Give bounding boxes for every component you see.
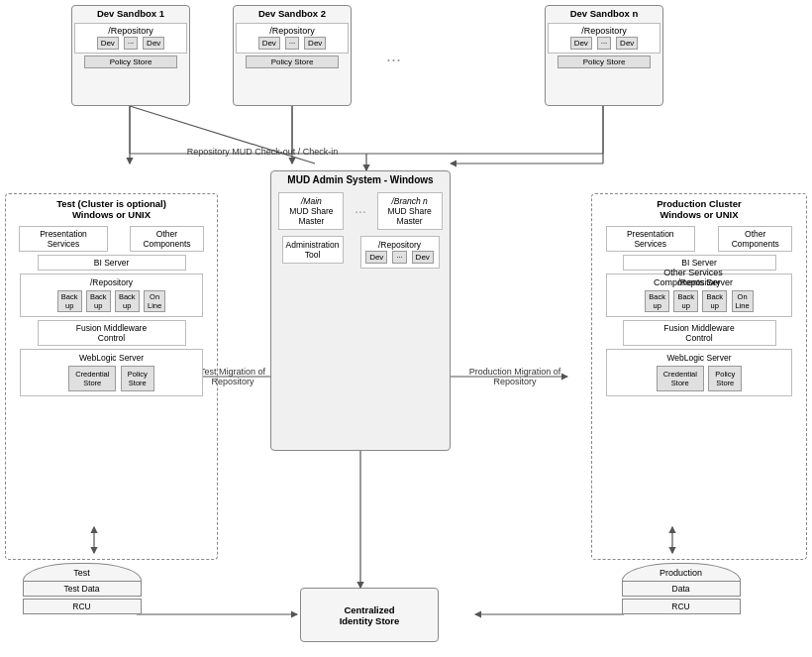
test-weblogic: WebLogic Server CredentialStore PolicySt… (20, 349, 203, 396)
prod-weblogic-label: WebLogic Server (610, 353, 788, 363)
dev-sandbox-n-dev1[interactable]: Dev (570, 37, 592, 50)
test-weblogic-label: WebLogic Server (24, 353, 199, 363)
prod-data-label: Data (625, 584, 738, 594)
mud-share-label: MUD Share (282, 206, 340, 216)
dev-sandbox-1: Dev Sandbox 1 /Repository Dev ··· Dev Po… (71, 5, 190, 106)
dev-sandbox-1-repo: /Repository (77, 26, 184, 36)
dev-sandbox-2-title: Dev Sandbox 2 (234, 6, 351, 21)
mud-admin-system: MUD Admin System - Windows /Main MUD Sha… (270, 170, 451, 451)
admin-repo-label: /Repository (364, 240, 436, 250)
admin-tool-box: Administration Tool (282, 236, 344, 264)
test-label: Test (73, 568, 90, 578)
dev-sandbox-2-repo: /Repository (239, 26, 346, 36)
admin-tool-label2: Tool (286, 250, 340, 260)
dev-sandbox-n: Dev Sandbox n /Repository Dev ··· Dev Po… (545, 5, 663, 106)
prod-policy-store[interactable]: PolicyStore (708, 366, 742, 391)
admin-dots: ··· (392, 251, 407, 264)
sandbox-dots: ··· (386, 50, 401, 70)
prod-label: Production (660, 568, 702, 578)
test-rcu-box: RCU (23, 599, 142, 614)
dev-sandbox-1-dev1[interactable]: Dev (97, 37, 119, 50)
dev-sandbox-2-policy[interactable]: Policy Store (246, 55, 339, 68)
master-label2: Master (381, 216, 439, 226)
production-cluster: Production ClusterWindows or UNIX Presen… (591, 193, 807, 560)
prod-other-components: OtherComponents (718, 226, 792, 252)
production-migration-label: Production Migration of Repository (451, 367, 579, 386)
main-mud-share: /Main MUD Share Master (278, 192, 344, 230)
other-services-label: Other ServicesComponents Server (644, 268, 743, 287)
prod-backup1[interactable]: Backup (645, 290, 669, 312)
dev-sandbox-2-dots: ··· (285, 37, 300, 50)
test-other-components: OtherComponents (130, 226, 204, 252)
test-fusion-middleware: Fusion MiddlewareControl (38, 320, 186, 346)
admin-tool-label: Administration (286, 240, 340, 250)
prod-cred-store[interactable]: CredentialStore (657, 366, 704, 391)
dev-sandbox-n-repo: /Repository (551, 26, 658, 36)
centralized-identity-store: CentralizedIdentity Store (300, 588, 439, 642)
prod-backup3[interactable]: Backup (702, 290, 727, 312)
test-online[interactable]: OnLine (144, 290, 165, 312)
branch-label: /Branch n (381, 196, 439, 206)
dev-sandbox-1-dev2[interactable]: Dev (143, 37, 164, 50)
test-backup3[interactable]: Backup (115, 290, 140, 312)
test-db-top: Test (23, 563, 142, 581)
master-label1: Master (282, 216, 340, 226)
test-policy-store[interactable]: PolicyStore (121, 366, 154, 391)
prod-weblogic: WebLogic Server CredentialStore PolicySt… (606, 349, 792, 396)
prod-pres-services: PresentationServices (606, 226, 695, 252)
prod-db-top: Production (622, 563, 741, 581)
branch-mud-share: /Branch n MUD Share Master (377, 192, 443, 230)
admin-dev2[interactable]: Dev (412, 251, 434, 264)
dev-sandbox-n-dots: ··· (597, 37, 612, 50)
dev-sandbox-1-policy[interactable]: Policy Store (84, 55, 177, 68)
test-rcu-label: RCU (26, 602, 139, 611)
test-repo-box: /Repository Backup Backup Backup OnLine (20, 274, 203, 317)
test-repo-label: /Repository (24, 277, 199, 287)
test-pres-services: PresentationServices (19, 226, 108, 252)
dev-sandbox-2-dev1[interactable]: Dev (258, 37, 280, 50)
mud-admin-title: MUD Admin System - Windows (271, 171, 450, 188)
test-db-container: Test Test Data RCU (15, 563, 149, 614)
branch-mud-share-label: MUD Share (381, 206, 439, 216)
test-cred-store[interactable]: CredentialStore (68, 366, 116, 391)
dev-sandbox-n-title: Dev Sandbox n (546, 6, 662, 21)
prod-rcu-box: RCU (622, 599, 741, 614)
prod-db-container: Production Data RCU (614, 563, 748, 614)
dev-sandbox-1-title: Dev Sandbox 1 (72, 6, 189, 21)
dev-sandbox-n-policy[interactable]: Policy Store (558, 55, 651, 68)
dev-sandbox-2-dev2[interactable]: Dev (304, 37, 326, 50)
prod-online[interactable]: OnLine (732, 290, 754, 312)
dev-sandbox-n-dev2[interactable]: Dev (616, 37, 638, 50)
admin-repo-box: /Repository Dev ··· Dev (360, 236, 440, 269)
test-cluster: Test (Cluster is optional)Windows or UNI… (5, 193, 218, 560)
prod-backup2[interactable]: Backup (673, 290, 698, 312)
architecture-diagram: Dev Sandbox 1 /Repository Dev ··· Dev Po… (0, 0, 812, 657)
test-backup1[interactable]: Backup (57, 290, 82, 312)
test-cluster-title: Test (Cluster is optional)Windows or UNI… (6, 194, 217, 224)
test-backup2[interactable]: Backup (86, 290, 111, 312)
mud-middle-dots: ··· (355, 203, 366, 219)
test-bi-server: BI Server (38, 255, 186, 271)
test-data-label: Test Data (26, 584, 139, 594)
test-data-box: Test Data (23, 581, 142, 597)
prod-fusion-middleware: Fusion MiddlewareControl (623, 320, 776, 346)
checkin-checkout-label: Repository MUD Check-out / Check-in (144, 147, 381, 157)
admin-dev1[interactable]: Dev (365, 251, 387, 264)
dev-sandbox-1-dots: ··· (124, 37, 139, 50)
prod-data-box: Data (622, 581, 741, 597)
centralized-identity-label: CentralizedIdentity Store (340, 604, 400, 626)
prod-cluster-title: Production ClusterWindows or UNIX (592, 194, 806, 224)
dev-sandbox-2: Dev Sandbox 2 /Repository Dev ··· Dev Po… (233, 5, 352, 106)
prod-rcu-label: RCU (625, 602, 738, 611)
main-label: /Main (282, 196, 340, 206)
